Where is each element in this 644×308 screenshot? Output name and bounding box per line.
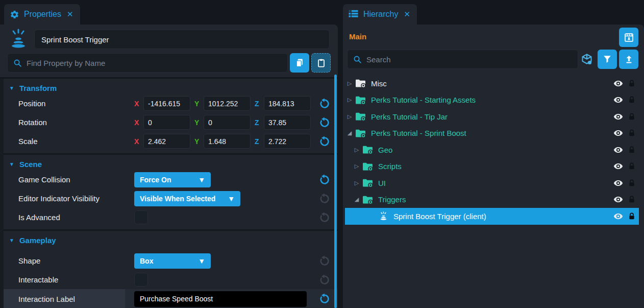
close-icon[interactable]: ✕ (67, 10, 73, 19)
rotation-z-input[interactable] (264, 115, 311, 130)
close-icon[interactable]: ✕ (404, 10, 410, 19)
properties-scrollbar[interactable] (334, 75, 337, 308)
visibility-eye-icon[interactable] (613, 211, 623, 221)
hierarchy-body: Main Search (343, 25, 644, 308)
hierarchy-search-input[interactable]: Search (347, 50, 578, 69)
tree-item[interactable]: Sprint Boost Trigger (client) (345, 208, 639, 225)
gear-icon (10, 10, 19, 19)
property-row-game-collision: Game Collision Force On ▼ (0, 170, 338, 189)
chevron-down-icon: ▼ (198, 176, 205, 184)
publish-upload-button[interactable] (619, 50, 638, 69)
expand-collapse-icon[interactable]: ▷ (346, 80, 353, 87)
reset-icon[interactable] (318, 293, 330, 304)
property-row-scale: Scale X Y Z (0, 132, 338, 151)
chevron-down-icon: ▼ (9, 238, 14, 243)
lock-icon[interactable] (628, 195, 636, 204)
chevron-down-icon: ▼ (9, 161, 14, 167)
lock-icon[interactable] (628, 162, 636, 171)
tree-item[interactable]: ▷ Scripts (345, 158, 639, 175)
position-x-input[interactable] (143, 96, 190, 111)
property-row-interaction-label: Interaction Label (0, 289, 338, 308)
copy-properties-button[interactable] (290, 53, 309, 73)
rotation-y-input[interactable] (204, 115, 251, 130)
reset-icon[interactable] (318, 117, 330, 128)
tab-hierarchy[interactable]: Hierarchy ✕ (343, 4, 417, 25)
interaction-label-input[interactable] (134, 291, 307, 307)
scale-x-input[interactable] (143, 134, 190, 149)
tree-item[interactable]: ▷ UI (345, 175, 639, 192)
tree-item[interactable]: ▷ Geo (345, 141, 639, 158)
expand-collapse-icon[interactable]: ▷ (346, 97, 353, 103)
lock-icon[interactable] (628, 96, 636, 104)
section-scene: ▼ Scene Game Collision Force On ▼ Editor… (0, 153, 338, 229)
folder-icon (355, 129, 366, 138)
reset-icon[interactable] (318, 193, 330, 204)
scene-name-label: Main (349, 32, 366, 41)
expand-collapse-icon[interactable]: ◢ (346, 130, 353, 136)
visibility-eye-icon[interactable] (613, 195, 623, 204)
tab-properties[interactable]: Properties ✕ (4, 4, 80, 25)
tree-item[interactable]: ▷ Perks Tutorial - Tip Jar (345, 108, 639, 125)
property-search-input[interactable]: Find Property by Name (7, 53, 288, 73)
tree-item[interactable]: ▷ Perks Tutorial - Starting Assets (345, 92, 639, 109)
position-y-input[interactable] (204, 96, 251, 111)
scene-settings-button[interactable] (619, 28, 638, 47)
visibility-eye-icon[interactable] (613, 145, 623, 155)
folder-icon (362, 145, 373, 154)
lock-icon[interactable] (628, 179, 636, 187)
expand-collapse-icon[interactable]: ▷ (353, 147, 360, 153)
visibility-eye-icon[interactable] (613, 79, 623, 88)
reset-icon[interactable] (318, 212, 330, 223)
section-transform: ▼ Transform Position X Y Z Rotation X (0, 79, 338, 153)
lock-icon[interactable] (628, 112, 636, 121)
shape-dropdown[interactable]: Box ▼ (134, 253, 211, 269)
visibility-eye-icon[interactable] (613, 112, 623, 122)
reset-icon[interactable] (318, 98, 330, 109)
tab-properties-label: Properties (24, 10, 61, 19)
paste-properties-button[interactable] (311, 53, 331, 73)
reset-icon[interactable] (318, 274, 330, 286)
reset-icon[interactable] (318, 255, 330, 267)
reset-icon[interactable] (318, 136, 330, 147)
object-name-input[interactable] (34, 30, 330, 49)
lock-icon[interactable] (628, 79, 636, 88)
visibility-eye-icon[interactable] (613, 128, 623, 138)
editor-indicator-visibility-dropdown[interactable]: Visible When Selected ▼ (134, 191, 240, 206)
tree-item[interactable]: ◢ Triggers (345, 192, 639, 208)
interactable-checkbox[interactable] (134, 273, 148, 287)
property-row-editor-indicator-visibility: Editor Indicator Visibility Visible When… (0, 189, 338, 208)
reset-icon[interactable] (318, 174, 330, 185)
game-collision-dropdown[interactable]: Force On ▼ (134, 172, 211, 187)
properties-body: Find Property by Name ▼ Transform Positi… (0, 25, 338, 308)
lock-icon[interactable] (628, 212, 636, 221)
network-cube-icon[interactable] (578, 53, 596, 65)
chevron-down-icon: ▼ (198, 257, 205, 265)
scale-y-input[interactable] (204, 134, 251, 149)
position-z-input[interactable] (264, 96, 311, 111)
filter-button[interactable] (598, 50, 617, 69)
tree-item-label: Triggers (378, 195, 406, 204)
lock-icon[interactable] (628, 129, 636, 137)
is-advanced-checkbox[interactable] (134, 210, 148, 224)
expand-collapse-icon[interactable]: ▷ (353, 180, 360, 186)
property-row-rotation: Rotation X Y Z (0, 113, 338, 132)
expand-collapse-icon[interactable]: ▷ (353, 163, 360, 170)
section-transform-header[interactable]: ▼ Transform (0, 79, 338, 94)
folder-icon (355, 96, 366, 105)
lock-icon[interactable] (628, 146, 636, 154)
section-scene-header[interactable]: ▼ Scene (0, 155, 338, 170)
expand-collapse-icon[interactable]: ▷ (346, 113, 353, 120)
tree-item[interactable]: ◢ Perks Tutorial - Sprint Boost (345, 125, 639, 142)
tree-item-label: Scripts (378, 162, 402, 171)
trigger-icon (9, 29, 28, 50)
folder-icon (355, 79, 366, 88)
visibility-eye-icon[interactable] (613, 95, 623, 105)
expand-collapse-icon[interactable]: ◢ (353, 196, 360, 203)
visibility-eye-icon[interactable] (613, 178, 623, 188)
search-icon (353, 55, 362, 64)
section-gameplay-header[interactable]: ▼ Gameplay (0, 231, 338, 246)
scale-z-input[interactable] (264, 134, 311, 149)
rotation-x-input[interactable] (143, 115, 190, 130)
visibility-eye-icon[interactable] (613, 161, 623, 171)
tree-item[interactable]: ▷ Misc (345, 75, 639, 92)
